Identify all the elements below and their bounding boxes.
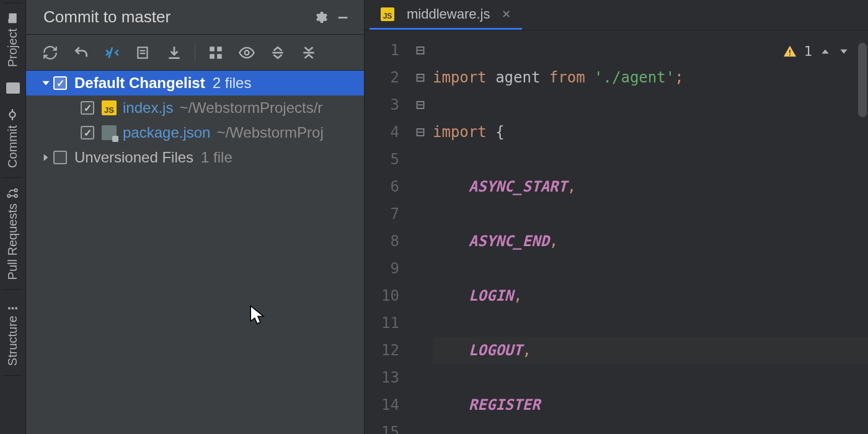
svg-point-7 bbox=[15, 188, 18, 192]
line-number: 15 bbox=[365, 418, 399, 434]
line-number: 6 bbox=[365, 173, 399, 200]
editor-tab-middleware[interactable]: JS middleware.js ✕ bbox=[370, 0, 522, 30]
eye-icon bbox=[238, 44, 255, 61]
svg-rect-17 bbox=[217, 46, 222, 51]
changes-tree[interactable]: Default Changelist 2 files JS index.js ~… bbox=[26, 71, 364, 434]
svg-rect-8 bbox=[9, 307, 11, 309]
diff-button[interactable] bbox=[98, 40, 126, 65]
checkbox[interactable] bbox=[53, 76, 67, 90]
chevron-up-icon[interactable] bbox=[820, 46, 831, 57]
line-number: 9 bbox=[365, 255, 399, 282]
chevron-down-icon[interactable] bbox=[38, 78, 53, 89]
json-file-icon bbox=[102, 125, 117, 140]
file-name: package.json bbox=[123, 124, 210, 141]
svg-rect-18 bbox=[210, 54, 215, 59]
svg-rect-23 bbox=[789, 50, 790, 53]
group-icon bbox=[208, 45, 224, 61]
tool-tab-label: Pull Requests bbox=[6, 203, 20, 280]
project-icon bbox=[7, 12, 19, 24]
group-button[interactable] bbox=[202, 40, 230, 65]
js-file-icon: JS bbox=[102, 100, 117, 115]
svg-rect-16 bbox=[210, 46, 215, 51]
svg-point-6 bbox=[15, 194, 18, 197]
close-tab-button[interactable]: ✕ bbox=[502, 7, 511, 21]
svg-rect-19 bbox=[217, 54, 222, 59]
checkbox[interactable] bbox=[81, 126, 94, 140]
code-content[interactable]: import agent from './agent'; import { AS… bbox=[433, 30, 868, 434]
toolbar-separator bbox=[195, 43, 195, 62]
structure-icon bbox=[7, 299, 19, 311]
mouse-cursor-icon bbox=[249, 305, 267, 326]
line-number: 13 bbox=[365, 364, 399, 391]
gear-icon bbox=[313, 10, 328, 25]
js-file-icon: JS bbox=[381, 7, 394, 21]
chevron-right-icon[interactable] bbox=[38, 152, 53, 163]
commit-header: Commit to master bbox=[26, 0, 364, 35]
node-label: Unversioned Files bbox=[74, 149, 193, 166]
tool-tab-label: Commit bbox=[6, 125, 20, 168]
file-path: ~/WebstormProj bbox=[216, 124, 323, 141]
expand-icon bbox=[270, 45, 286, 61]
inspection-widget[interactable]: 1 bbox=[783, 38, 849, 65]
chevron-down-icon[interactable] bbox=[838, 46, 849, 57]
code-area[interactable]: 1 2 3 4 5 6 7 8 9 10 11 12 13 14 15 ⊟ ⊟ … bbox=[365, 30, 868, 434]
file-path: ~/WebstormProjects/r bbox=[179, 99, 322, 117]
node-meta: 1 file bbox=[201, 149, 232, 166]
folder-icon[interactable] bbox=[6, 82, 20, 94]
fold-marker[interactable]: ⊟ bbox=[408, 37, 433, 64]
fold-marker[interactable]: ⊟ bbox=[408, 118, 433, 146]
tab-filename: middleware.js bbox=[407, 6, 490, 22]
tool-tab-commit[interactable]: Commit bbox=[3, 100, 22, 178]
node-label: Default Changelist bbox=[74, 74, 205, 92]
tool-tab-pull-requests[interactable]: Pull Requests bbox=[3, 178, 22, 290]
refresh-button[interactable] bbox=[36, 40, 64, 65]
line-number: 12 bbox=[365, 337, 399, 364]
minimize-button[interactable] bbox=[334, 9, 352, 26]
line-number: 4 bbox=[365, 118, 399, 146]
rollback-button[interactable] bbox=[67, 40, 95, 65]
svg-point-5 bbox=[8, 194, 11, 197]
tree-file-item[interactable]: package.json ~/WebstormProj bbox=[26, 120, 364, 145]
line-number: 1 bbox=[365, 37, 399, 64]
warning-icon bbox=[783, 45, 797, 58]
svg-rect-0 bbox=[9, 13, 17, 23]
commit-title: Commit to master bbox=[43, 7, 307, 27]
tool-tab-label: Project bbox=[6, 29, 20, 67]
tool-tab-structure[interactable]: Structure bbox=[3, 290, 22, 376]
line-number: 8 bbox=[365, 228, 399, 255]
collapse-icon bbox=[301, 45, 317, 61]
warning-count: 1 bbox=[804, 38, 812, 65]
svg-rect-11 bbox=[339, 17, 348, 19]
checkbox[interactable] bbox=[81, 101, 94, 115]
shelve-button[interactable] bbox=[160, 40, 188, 65]
fold-marker[interactable]: ⊟ bbox=[408, 64, 433, 91]
line-number: 7 bbox=[365, 200, 399, 228]
fold-marker[interactable]: ⊟ bbox=[408, 91, 433, 118]
fold-column: ⊟ ⊟ ⊟ ⊟ bbox=[408, 30, 433, 434]
line-number: 10 bbox=[365, 282, 399, 309]
commit-icon bbox=[7, 109, 19, 120]
editor-scrollbar[interactable] bbox=[858, 43, 867, 117]
svg-point-2 bbox=[10, 112, 16, 118]
svg-rect-9 bbox=[12, 307, 14, 309]
settings-button[interactable] bbox=[312, 9, 329, 26]
tree-node-unversioned[interactable]: Unversioned Files 1 file bbox=[26, 145, 364, 170]
diff-icon bbox=[104, 45, 120, 61]
line-number: 3 bbox=[365, 91, 399, 118]
line-number: 5 bbox=[365, 146, 399, 173]
editor: JS middleware.js ✕ 1 2 3 4 5 6 7 8 9 10 … bbox=[365, 0, 868, 434]
checkbox[interactable] bbox=[53, 151, 67, 164]
line-number: 2 bbox=[365, 64, 399, 91]
view-button[interactable] bbox=[232, 40, 261, 65]
tool-tab-project[interactable]: Project bbox=[3, 2, 22, 76]
svg-point-20 bbox=[245, 50, 249, 55]
collapse-button[interactable] bbox=[294, 40, 323, 65]
changelist-button[interactable] bbox=[129, 40, 157, 65]
tree-node-default-changelist[interactable]: Default Changelist 2 files bbox=[26, 71, 364, 95]
minimize-icon bbox=[336, 11, 350, 24]
node-meta: 2 files bbox=[213, 74, 252, 92]
tree-file-item[interactable]: JS index.js ~/WebstormProjects/r bbox=[26, 95, 364, 120]
pull-request-icon bbox=[7, 187, 19, 198]
refresh-icon bbox=[42, 45, 58, 61]
expand-button[interactable] bbox=[264, 40, 292, 65]
